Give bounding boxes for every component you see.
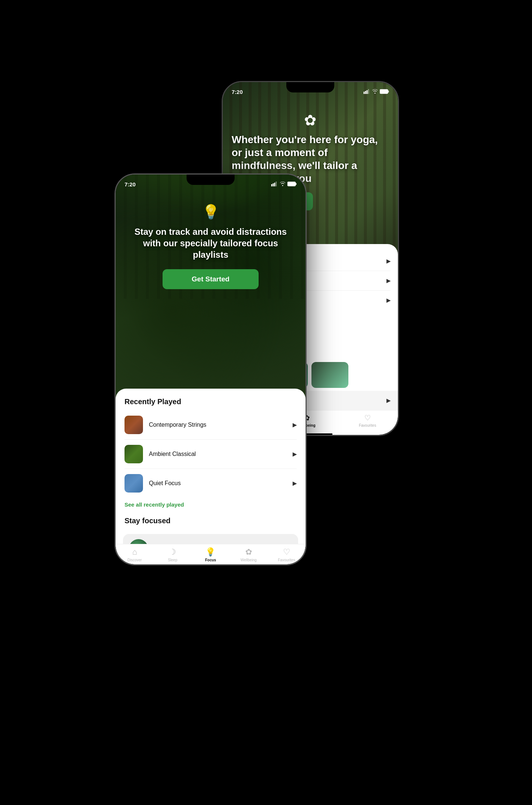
stay-focused-header: Stay focused [116, 511, 306, 530]
battery-icon-front [287, 182, 297, 187]
wellbeing-nav-icon-front: ✿ [245, 547, 252, 557]
status-icons-back [364, 89, 389, 95]
signal-icon-back [364, 89, 370, 95]
bulb-icon-front: 💡 [202, 204, 219, 220]
svg-rect-8 [274, 183, 275, 186]
phone-front: 7:20 💡 Stay on track and avoi [115, 173, 307, 565]
time-back: 7:20 [232, 89, 243, 95]
nav-wellbeing-front[interactable]: ✿ Wellbeing [238, 547, 260, 562]
chevron-chorus-back: ▶ [386, 398, 391, 403]
content-area-front: Recently Played Contemporary Strings ▶ A… [116, 389, 306, 564]
playlist-item-quiet[interactable]: Quiet Focus ▶ [125, 469, 297, 498]
playlist-thumb-contemporary [125, 416, 143, 434]
contemporary-strings-label: Contemporary Strings [149, 422, 207, 428]
wifi-icon-front [280, 182, 286, 187]
svg-rect-10 [287, 182, 296, 186]
quiet-focus-label: Quiet Focus [149, 480, 181, 487]
playlist-thumb-ambient [125, 445, 143, 463]
phones-container: 7:20 ✿ Whether you're here for [100, 51, 432, 754]
discover-nav-icon-front: ⌂ [132, 547, 137, 557]
playlist-item-left-3: Quiet Focus [125, 474, 181, 493]
status-icons-front [271, 182, 297, 187]
hero-content-front: 💡 Stay on track and avoid distractions w… [116, 195, 306, 298]
status-bar-front: 7:20 [116, 175, 306, 191]
chevron-refresh: ▶ [386, 297, 391, 303]
nav-focus-front[interactable]: 💡 Focus [200, 547, 222, 562]
bottom-nav-front: ⌂ Discover ☽ Sleep 💡 Focus ✿ Wellbeing [116, 544, 306, 564]
recently-played-header: Recently Played [116, 396, 306, 410]
nav-discover-front[interactable]: ⌂ Discover [123, 547, 146, 562]
recently-played-list: Contemporary Strings ▶ Ambient Classical… [116, 410, 306, 498]
focus-nav-icon-front: 💡 [205, 547, 215, 557]
phone-front-screen: 7:20 💡 Stay on track and avoi [116, 175, 306, 564]
playlist-thumb-quiet [125, 474, 143, 493]
svg-rect-2 [366, 90, 368, 94]
chevron-yoga: ▶ [386, 278, 391, 284]
chevron-mindfulness: ▶ [386, 258, 391, 264]
playlist-item-left-2: Ambient Classical [125, 445, 196, 463]
chevron-contemporary: ▶ [293, 422, 297, 428]
time-front: 7:20 [125, 181, 136, 187]
favourites-nav-icon-front: ♡ [283, 547, 290, 557]
svg-rect-3 [368, 89, 369, 94]
svg-rect-6 [271, 184, 272, 186]
playlist-item-left-1: Contemporary Strings [125, 416, 207, 434]
ambient-classical-label: Ambient Classical [149, 451, 196, 457]
nav-sleep-front[interactable]: ☽ Sleep [161, 547, 184, 562]
svg-rect-5 [388, 91, 389, 92]
svg-rect-1 [365, 91, 366, 94]
chevron-quiet: ▶ [293, 480, 297, 486]
flower-icon-back: ✿ [304, 112, 317, 129]
sleep-nav-icon-front: ☽ [169, 547, 176, 557]
notch-front [187, 175, 235, 185]
chevron-ambient: ▶ [293, 451, 297, 457]
favourites-nav-icon-back: ♡ [364, 413, 371, 422]
notch-back [286, 82, 334, 92]
svg-rect-9 [276, 182, 277, 186]
svg-rect-4 [380, 89, 388, 94]
wifi-icon-back [372, 89, 378, 95]
battery-icon-back [380, 89, 389, 95]
svg-rect-7 [273, 183, 274, 186]
hero-title-front: Stay on track and avoid distractions wit… [127, 226, 294, 261]
svg-rect-11 [296, 183, 297, 185]
nav-favourites-back[interactable]: ♡ Favourites [359, 413, 376, 427]
svg-rect-0 [364, 92, 365, 94]
playlist-item-contemporary[interactable]: Contemporary Strings ▶ [125, 410, 297, 440]
signal-icon-front [271, 182, 278, 187]
playlist-item-ambient[interactable]: Ambient Classical ▶ [125, 440, 297, 469]
nav-favourites-front[interactable]: ♡ Favourites [276, 547, 298, 562]
see-all-recently-played[interactable]: See all recently played [116, 498, 306, 511]
status-bar-back: 7:20 [223, 82, 398, 98]
wellbeing-thumb-3[interactable] [311, 362, 348, 388]
get-started-button-front[interactable]: Get Started [163, 269, 259, 289]
